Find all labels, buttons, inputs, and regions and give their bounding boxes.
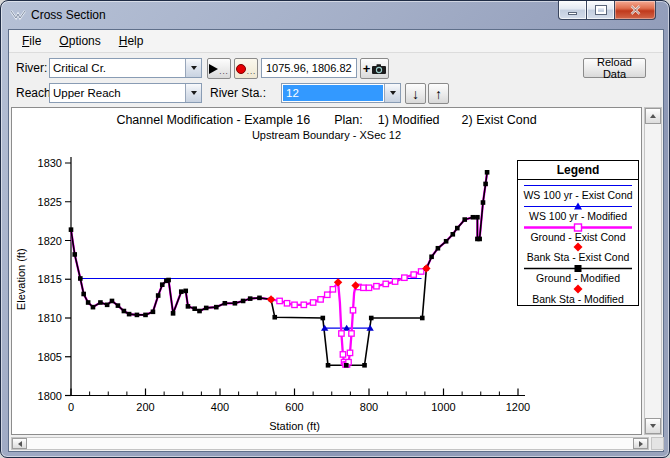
- plus-icon: +: [363, 61, 371, 76]
- svg-text:1805: 1805: [38, 351, 62, 363]
- cursor-coordinates-field[interactable]: 1075.96, 1806.82: [261, 58, 357, 78]
- legend: Legend WS 100 yr - Exist CondWS 100 yr -…: [517, 160, 639, 306]
- chevron-down-icon: [191, 91, 197, 95]
- river-sta-select[interactable]: 12: [281, 83, 401, 103]
- svg-text:1820: 1820: [38, 235, 62, 247]
- app-icon: [10, 9, 26, 21]
- svg-text:0: 0: [68, 401, 74, 413]
- window-title: Cross Section: [31, 8, 106, 22]
- window-client-area: FileOptionsHelp River: Critical Cr. ... …: [8, 29, 664, 452]
- close-icon: [630, 5, 641, 15]
- river-select-value: Critical Cr.: [50, 59, 185, 77]
- svg-text:200: 200: [136, 401, 154, 413]
- vertical-scrollbar[interactable]: [644, 107, 662, 435]
- horizontal-scrollbar[interactable]: [11, 437, 649, 450]
- legend-title: Legend: [518, 161, 638, 180]
- reach-select-value: Upper Reach: [50, 84, 185, 102]
- river-label: River:: [16, 61, 47, 75]
- play-animation-button[interactable]: ...: [207, 58, 231, 79]
- record-animation-button[interactable]: ...: [234, 58, 258, 79]
- chevron-down-icon: [390, 91, 396, 95]
- titlebar[interactable]: Cross Section: [1, 1, 669, 29]
- scroll-left-icon: [18, 441, 22, 447]
- legend-entry: WS 100 yr - Modified: [518, 201, 638, 222]
- camera-icon: [372, 64, 386, 74]
- minimize-button[interactable]: [558, 1, 587, 20]
- chart-subtitle: Upstream Boundary - XSec 12: [12, 129, 641, 141]
- scroll-up-button[interactable]: [645, 108, 661, 124]
- chart-titles: Channel Modification - Example 16Plan:1)…: [12, 113, 641, 141]
- svg-text:1815: 1815: [38, 273, 62, 285]
- legend-entry-label: WS 100 yr - Exist Cond: [518, 190, 638, 200]
- river-sta-up-button[interactable]: ↑: [428, 83, 449, 104]
- svg-text:Elevation (ft): Elevation (ft): [15, 248, 27, 310]
- svg-text:600: 600: [285, 401, 303, 413]
- cross-section-window: Cross Section FileOptionsHelp River: Cri…: [0, 0, 670, 458]
- legend-entry: WS 100 yr - Exist Cond: [518, 180, 638, 201]
- scroll-down-button[interactable]: [645, 418, 661, 434]
- river-dropdown-button[interactable]: [185, 59, 201, 77]
- svg-text:1000: 1000: [431, 401, 455, 413]
- scroll-right-button[interactable]: [633, 438, 648, 449]
- minimize-icon: [568, 12, 577, 15]
- add-plot-to-report-button[interactable]: +: [360, 58, 389, 79]
- legend-entry: Bank Sta - Exist Cond: [518, 242, 638, 263]
- svg-text:1830: 1830: [38, 157, 62, 169]
- river-select[interactable]: Critical Cr.: [49, 58, 202, 78]
- close-button[interactable]: [614, 1, 656, 20]
- legend-entries: WS 100 yr - Exist CondWS 100 yr - Modifi…: [518, 180, 638, 305]
- reach-select[interactable]: Upper Reach: [49, 83, 202, 103]
- record-icon: [236, 64, 246, 74]
- legend-entry-label: Bank Sta - Exist Cond: [518, 252, 638, 262]
- menu-file[interactable]: File: [13, 31, 50, 52]
- reach-dropdown-button[interactable]: [185, 84, 201, 102]
- legend-entry-label: Ground - Exist Cond: [518, 232, 638, 242]
- legend-entry: Ground - Modified: [518, 263, 638, 284]
- menu-help[interactable]: Help: [110, 31, 153, 52]
- maximize-icon: [596, 6, 606, 14]
- reload-data-button[interactable]: Reload Data: [583, 58, 646, 78]
- svg-text:Station (ft): Station (ft): [269, 420, 320, 432]
- caption-buttons: [558, 1, 656, 20]
- scrollbar-corner: [651, 437, 664, 450]
- legend-entry-label: Ground - Modified: [518, 273, 638, 283]
- legend-entry: Bank Sta - Modified: [518, 284, 638, 305]
- chart-title: Channel Modification - Example 16Plan:1)…: [12, 113, 641, 127]
- svg-text:1800: 1800: [38, 390, 62, 402]
- up-arrow-icon: ↑: [435, 87, 442, 101]
- river-sta-dropdown-button[interactable]: [384, 84, 400, 102]
- scroll-left-button[interactable]: [12, 438, 27, 449]
- play-icon: [209, 64, 218, 74]
- svg-text:400: 400: [211, 401, 229, 413]
- legend-entry: Ground - Exist Cond: [518, 222, 638, 243]
- maximize-button[interactable]: [587, 1, 614, 20]
- svg-text:1810: 1810: [38, 312, 62, 324]
- scroll-up-icon: [650, 114, 656, 118]
- chevron-down-icon: [191, 66, 197, 70]
- menu-options[interactable]: Options: [50, 31, 109, 52]
- legend-entry-label: WS 100 yr - Modified: [518, 211, 638, 221]
- svg-text:1825: 1825: [38, 196, 62, 208]
- down-arrow-icon: ↓: [412, 87, 419, 101]
- svg-text:800: 800: [360, 401, 378, 413]
- menubar: FileOptionsHelp: [9, 30, 663, 53]
- scroll-down-icon: [650, 424, 656, 428]
- river-sta-label: River Sta.:: [210, 86, 266, 100]
- river-sta-down-button[interactable]: ↓: [405, 83, 426, 104]
- chart-panel: 0200400600800100012001800180518101815182…: [11, 107, 642, 435]
- river-sta-select-value: 12: [283, 85, 383, 101]
- svg-text:1200: 1200: [506, 401, 530, 413]
- legend-entry-label: Bank Sta - Modified: [518, 294, 638, 304]
- scroll-right-icon: [639, 441, 643, 447]
